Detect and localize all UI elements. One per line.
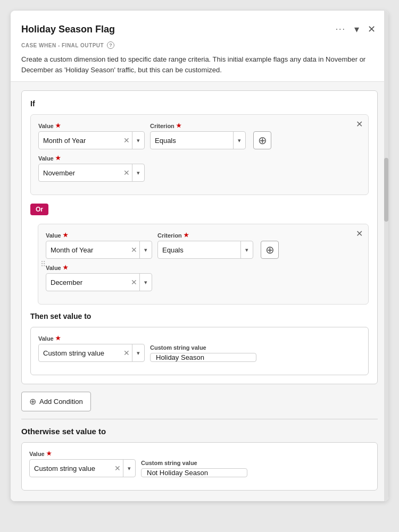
required-star-6: ★ (63, 264, 68, 271)
add-condition-label: Add Condition (39, 398, 83, 406)
otherwise-title: Otherwise set value to (21, 427, 378, 436)
if-block: If ✕ Value ★ Month of Year ✕ ▾ (21, 90, 378, 384)
then-field-row: Value ★ Custom string value ✕ ▾ Custom s… (38, 335, 361, 362)
add-condition-button[interactable]: ⊕ Add Condition (21, 392, 91, 411)
required-star-4: ★ (63, 232, 68, 239)
condition-1-value-clear[interactable]: ✕ (121, 136, 132, 145)
then-value-select[interactable]: Custom string value ✕ ▾ (38, 344, 145, 362)
then-title: Then set value to (30, 312, 369, 320)
plus-icon: ⊕ (258, 134, 267, 147)
condition-1-close-button[interactable]: ✕ (356, 119, 363, 129)
panel-subtitle: CASE WHEN - FINAL OUTPUT ? (21, 41, 378, 49)
condition-1-value2-arrow[interactable]: ▾ (132, 164, 144, 181)
condition-2-close-button[interactable]: ✕ (356, 229, 363, 239)
otherwise-value-label: Value ★ (29, 450, 136, 457)
required-star: ★ (55, 122, 61, 129)
condition-1-criterion-select[interactable]: Equals ▾ (150, 131, 246, 149)
scrollbar-thumb[interactable] (384, 158, 388, 222)
condition-2-criterion-arrow[interactable]: ▾ (240, 241, 253, 258)
condition-card-2: ⠿ ✕ Value ★ Month of Year ✕ ▾ (38, 224, 369, 305)
condition-1-value-group: Value ★ Month of Year ✕ ▾ (38, 122, 145, 149)
required-star-3: ★ (55, 155, 61, 162)
otherwise-value-clear[interactable]: ✕ (112, 464, 123, 472)
condition-2-criterion-label: Criterion ★ (157, 232, 253, 239)
then-value-clear[interactable]: ✕ (121, 349, 132, 357)
condition-2-value2-label: Value ★ (46, 264, 152, 271)
otherwise-custom-string-label: Custom string value (141, 460, 247, 466)
panel-body: If ✕ Value ★ Month of Year ✕ ▾ (11, 82, 388, 501)
condition-1-value2-select[interactable]: November ✕ ▾ (38, 164, 145, 182)
condition-1-value2-label: Value ★ (38, 155, 145, 162)
then-value-group: Value ★ Custom string value ✕ ▾ (38, 335, 145, 362)
title-row: Holiday Season Flag ··· ▾ ✕ (21, 21, 378, 37)
otherwise-value-group: Value ★ Custom string value ✕ ▾ (29, 450, 136, 477)
condition-1-top-row: Value ★ Month of Year ✕ ▾ Criterion ★ (38, 122, 361, 149)
condition-2-value-clear[interactable]: ✕ (129, 246, 139, 254)
then-block: Value ★ Custom string value ✕ ▾ Custom s… (30, 327, 369, 375)
condition-2-bottom-row: Value ★ December ✕ ▾ (46, 264, 361, 291)
condition-1-value-arrow[interactable]: ▾ (132, 132, 144, 149)
condition-2-value2-select[interactable]: December ✕ ▾ (46, 273, 152, 291)
if-label: If (30, 99, 369, 108)
otherwise-value-select[interactable]: Custom string value ✕ ▾ (29, 459, 136, 477)
required-star-2: ★ (176, 122, 181, 129)
condition-2-add-value-button[interactable]: ⊕ (261, 241, 279, 259)
condition-2-top-row: Value ★ Month of Year ✕ ▾ Criterion ★ (46, 232, 361, 259)
plus-icon-2: ⊕ (265, 243, 275, 256)
help-icon[interactable]: ? (107, 41, 114, 49)
condition-2-value2-clear[interactable]: ✕ (129, 278, 139, 286)
condition-2-value-arrow[interactable]: ▾ (139, 241, 152, 258)
then-custom-string-group: Custom string value (150, 344, 256, 362)
then-section: Then set value to Value ★ Custom string … (30, 312, 369, 375)
condition-2-value2-arrow[interactable]: ▾ (139, 274, 152, 291)
add-condition-plus-icon: ⊕ (29, 396, 36, 407)
then-custom-string-input[interactable] (150, 353, 256, 362)
drag-handle-icon[interactable]: ⠿ (40, 260, 46, 268)
panel-header: Holiday Season Flag ··· ▾ ✕ CASE WHEN - … (11, 11, 388, 82)
more-icon: ··· (336, 24, 346, 34)
condition-1-value-label: Value ★ (38, 122, 145, 129)
condition-1-criterion-label: Criterion ★ (150, 122, 246, 129)
condition-1-value2-group: Value ★ November ✕ ▾ (38, 155, 145, 182)
condition-2-criterion-group: Criterion ★ Equals ▾ (157, 232, 253, 259)
condition-2-criterion-select[interactable]: Equals ▾ (157, 241, 253, 259)
otherwise-section: Otherwise set value to Value ★ Custom st… (21, 427, 378, 491)
otherwise-card: Value ★ Custom string value ✕ ▾ Custom s… (21, 442, 378, 491)
condition-2-value-group: Value ★ Month of Year ✕ ▾ (46, 232, 152, 259)
condition-1-value2-clear[interactable]: ✕ (121, 168, 132, 177)
condition-1-bottom-row: Value ★ November ✕ ▾ (38, 155, 361, 182)
main-panel: Holiday Season Flag ··· ▾ ✕ CASE WHEN - … (11, 11, 388, 501)
scrollbar-track[interactable] (384, 11, 388, 501)
panel-description: Create a custom dimension tied to specif… (21, 54, 378, 75)
otherwise-field-row: Value ★ Custom string value ✕ ▾ Custom s… (29, 450, 370, 477)
panel-title: Holiday Season Flag (21, 24, 115, 35)
then-custom-string-label: Custom string value (150, 344, 256, 351)
condition-1-criterion-arrow[interactable]: ▾ (233, 132, 245, 149)
title-actions: ··· ▾ ✕ (334, 21, 378, 37)
condition-1-value-select[interactable]: Month of Year ✕ ▾ (38, 131, 145, 149)
required-star-5: ★ (184, 232, 189, 239)
or-badge: Or (30, 200, 369, 218)
condition-2-value2-group: Value ★ December ✕ ▾ (46, 264, 152, 291)
required-star-7: ★ (55, 335, 61, 342)
collapse-button[interactable]: ▾ (352, 21, 361, 37)
close-button[interactable]: ✕ (365, 21, 378, 37)
divider (21, 419, 378, 419)
otherwise-custom-string-group: Custom string value (141, 460, 247, 477)
then-value-label: Value ★ (38, 335, 145, 342)
condition-2-value-label: Value ★ (46, 232, 152, 239)
close-icon: ✕ (368, 23, 376, 35)
otherwise-custom-string-input[interactable] (141, 468, 247, 477)
otherwise-value-arrow[interactable]: ▾ (123, 460, 135, 477)
condition-2-value-select[interactable]: Month of Year ✕ ▾ (46, 241, 152, 259)
condition-1-add-value-button[interactable]: ⊕ (253, 131, 271, 149)
more-options-button[interactable]: ··· (334, 22, 348, 36)
required-star-8: ★ (46, 450, 52, 457)
then-value-arrow[interactable]: ▾ (132, 344, 144, 361)
chevron-down-icon: ▾ (354, 23, 359, 35)
condition-1-criterion-group: Criterion ★ Equals ▾ (150, 122, 246, 149)
condition-card-1: ✕ Value ★ Month of Year ✕ ▾ (30, 114, 369, 195)
